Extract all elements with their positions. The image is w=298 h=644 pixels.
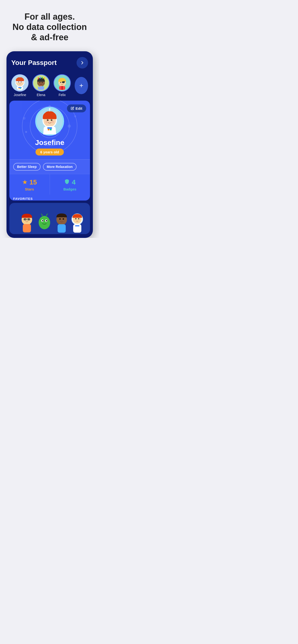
characters-row bbox=[14, 205, 86, 234]
avatar-josefine bbox=[11, 74, 29, 92]
avatar-elena bbox=[32, 74, 50, 92]
svg-point-44 bbox=[52, 119, 52, 120]
svg-point-18 bbox=[39, 86, 40, 87]
user-elena-name: Elena bbox=[37, 93, 45, 97]
user-felix[interactable]: Felix bbox=[54, 74, 71, 97]
star-icon: ★ bbox=[22, 178, 28, 186]
user-felix-name: Felix bbox=[59, 93, 66, 97]
svg-point-72 bbox=[78, 218, 79, 219]
svg-rect-67 bbox=[58, 224, 66, 233]
user-elena[interactable]: Elena bbox=[32, 74, 50, 97]
svg-rect-14 bbox=[44, 78, 45, 79]
badges-label: Badges bbox=[63, 187, 76, 191]
svg-point-54 bbox=[28, 218, 30, 220]
svg-point-42 bbox=[51, 119, 53, 121]
svg-point-20 bbox=[42, 86, 43, 87]
svg-point-45 bbox=[45, 121, 48, 123]
avatar-felix bbox=[54, 74, 71, 92]
svg-rect-13 bbox=[42, 77, 43, 79]
svg-point-4 bbox=[21, 82, 22, 82]
tags-row: Better Sleep More Relaxation bbox=[9, 159, 90, 174]
svg-rect-27 bbox=[61, 86, 63, 90]
user-josefine[interactable]: Josefine bbox=[11, 74, 29, 97]
stats-row: ★ 15 Stars 4 Badges bbox=[9, 174, 90, 194]
svg-rect-48 bbox=[48, 129, 49, 130]
svg-rect-74 bbox=[75, 225, 79, 226]
svg-point-66 bbox=[63, 218, 64, 220]
passport-header: Your Passport bbox=[7, 51, 93, 72]
hero-section: For all ages. No data collection & ad-fr… bbox=[3, 0, 96, 51]
edit-label: Edit bbox=[76, 106, 82, 110]
svg-point-19 bbox=[41, 86, 42, 86]
user-josefine-name: Josefine bbox=[14, 93, 26, 97]
svg-rect-8 bbox=[20, 88, 21, 89]
profile-card: Edit bbox=[9, 100, 90, 200]
age-badge: 6 years old bbox=[13, 148, 86, 156]
passport-title: Your Passport bbox=[11, 59, 57, 66]
svg-point-43 bbox=[48, 119, 48, 120]
user-row: Josefine bbox=[7, 72, 93, 100]
badges-stat: 4 Badges bbox=[50, 174, 90, 194]
hero-title: For all ages. No data collection & ad-fr… bbox=[13, 12, 87, 43]
tag-better-sleep[interactable]: Better Sleep bbox=[13, 163, 41, 170]
age-text: 6 years old bbox=[36, 148, 64, 156]
tag-more-relaxation[interactable]: More Relaxation bbox=[43, 163, 77, 170]
stars-label: Stars bbox=[25, 187, 34, 191]
arrow-button[interactable] bbox=[77, 57, 88, 68]
svg-point-71 bbox=[75, 218, 77, 219]
shield-icon bbox=[64, 179, 70, 186]
svg-rect-6 bbox=[18, 87, 22, 88]
stars-count: 15 bbox=[30, 178, 37, 186]
svg-rect-49 bbox=[50, 129, 52, 130]
svg-rect-7 bbox=[19, 88, 20, 89]
favorites-label: FAVORITES bbox=[9, 194, 90, 200]
avatar-large bbox=[35, 107, 64, 136]
svg-point-41 bbox=[47, 119, 49, 121]
svg-point-61 bbox=[42, 220, 43, 222]
svg-rect-12 bbox=[40, 77, 41, 79]
stars-stat: ★ 15 Stars bbox=[9, 174, 50, 194]
svg-rect-58 bbox=[23, 224, 31, 232]
svg-rect-17 bbox=[38, 86, 44, 90]
profile-name: Josefine bbox=[13, 138, 86, 146]
svg-point-65 bbox=[59, 218, 61, 220]
svg-rect-11 bbox=[38, 78, 39, 79]
svg-point-59 bbox=[39, 216, 50, 229]
bottom-card bbox=[9, 203, 90, 234]
svg-point-63 bbox=[46, 220, 47, 222]
badges-count: 4 bbox=[72, 178, 76, 186]
svg-point-53 bbox=[24, 218, 26, 220]
svg-point-3 bbox=[18, 82, 19, 82]
svg-point-51 bbox=[49, 108, 50, 110]
svg-point-46 bbox=[52, 121, 54, 123]
add-user-button[interactable]: + bbox=[75, 77, 88, 94]
phone-card: Your Passport bbox=[7, 51, 93, 238]
edit-button[interactable]: Edit bbox=[67, 104, 86, 112]
svg-point-25 bbox=[60, 82, 61, 83]
svg-point-15 bbox=[39, 82, 40, 83]
svg-rect-47 bbox=[47, 127, 52, 129]
svg-point-16 bbox=[42, 82, 43, 83]
